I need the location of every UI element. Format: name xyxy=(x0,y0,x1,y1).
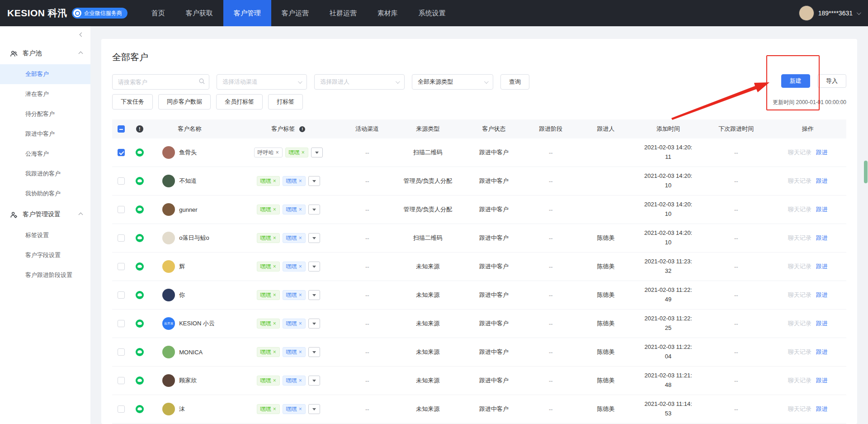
follow-link[interactable]: 跟进 xyxy=(816,205,828,214)
dispatch-task-button[interactable]: 下发任务 xyxy=(112,94,153,110)
follow-link[interactable]: 跟进 xyxy=(816,177,828,185)
follow-link[interactable]: 跟进 xyxy=(816,291,828,299)
remove-tag-icon[interactable]: × xyxy=(299,235,302,241)
add-tag-dropdown-button[interactable] xyxy=(308,376,320,386)
add-tag-dropdown-button[interactable] xyxy=(308,347,320,357)
sidebar-item[interactable]: 标签设置 xyxy=(0,225,90,245)
row-checkbox[interactable] xyxy=(118,348,125,356)
sidebar-item[interactable]: 我跟进的客户 xyxy=(0,164,90,184)
nav-item[interactable]: 社群运营 xyxy=(319,0,367,26)
row-checkbox[interactable] xyxy=(118,234,125,242)
remove-tag-icon[interactable]: × xyxy=(276,149,279,156)
remove-tag-icon[interactable]: × xyxy=(273,178,276,184)
row-checkbox[interactable] xyxy=(118,206,125,213)
chat-log-link[interactable]: 聊天记录 xyxy=(788,262,811,271)
remove-tag-icon[interactable]: × xyxy=(273,292,276,298)
row-checkbox[interactable] xyxy=(118,177,125,185)
remove-tag-icon[interactable]: × xyxy=(273,263,276,270)
sidebar-item[interactable]: 待分配客户 xyxy=(0,104,90,124)
remove-tag-icon[interactable]: × xyxy=(273,406,276,412)
chat-log-link[interactable]: 聊天记录 xyxy=(788,319,811,328)
row-checkbox[interactable] xyxy=(118,263,125,270)
sidebar-group-header[interactable]: 客户管理设置 xyxy=(0,204,90,225)
remove-tag-icon[interactable]: × xyxy=(299,292,302,298)
row-checkbox[interactable] xyxy=(118,149,125,156)
follow-link[interactable]: 跟进 xyxy=(816,405,828,413)
vertical-scrollbar[interactable] xyxy=(864,26,868,424)
collapse-sidebar-button[interactable] xyxy=(0,26,90,43)
customer-tag: 嘿嘿× xyxy=(257,290,280,300)
follow-link[interactable]: 跟进 xyxy=(816,262,828,271)
sidebar-item[interactable]: 客户字段设置 xyxy=(0,245,90,265)
follow-link[interactable]: 跟进 xyxy=(816,348,828,356)
tag-label: 嘿嘿 xyxy=(286,177,297,185)
row-checkbox[interactable] xyxy=(118,320,125,327)
remove-tag-icon[interactable]: × xyxy=(299,349,302,355)
remove-tag-icon[interactable]: × xyxy=(273,377,276,384)
add-tag-dropdown-button[interactable] xyxy=(311,148,323,157)
chat-log-link[interactable]: 聊天记录 xyxy=(788,348,811,356)
add-tag-dropdown-button[interactable] xyxy=(308,262,320,272)
nav-item[interactable]: 客户获取 xyxy=(175,0,223,26)
remove-tag-icon[interactable]: × xyxy=(299,377,302,384)
remove-tag-icon[interactable]: × xyxy=(273,206,276,213)
remove-tag-icon[interactable]: × xyxy=(299,320,302,327)
activity-channel-select[interactable]: 选择活动渠道 xyxy=(217,74,307,90)
chat-log-link[interactable]: 聊天记录 xyxy=(788,234,811,242)
remove-tag-icon[interactable]: × xyxy=(273,320,276,327)
chat-log-link[interactable]: 聊天记录 xyxy=(788,291,811,299)
actions-cell: 聊天记录 跟进 xyxy=(769,177,846,185)
tag-label: 嘿嘿 xyxy=(286,263,297,271)
add-tag-dropdown-button[interactable] xyxy=(308,176,320,186)
remove-tag-icon[interactable]: × xyxy=(302,149,305,156)
nav-item[interactable]: 素材库 xyxy=(367,0,408,26)
tag-button[interactable]: 打标签 xyxy=(268,94,303,110)
user-menu[interactable]: 189****3631 xyxy=(799,5,860,21)
sidebar-item[interactable]: 跟进中客户 xyxy=(0,124,90,144)
add-tag-dropdown-button[interactable] xyxy=(308,290,320,300)
nav-item[interactable]: 首页 xyxy=(141,0,175,26)
sidebar-item[interactable]: 潜在客户 xyxy=(0,84,90,104)
import-button[interactable]: 导入 xyxy=(817,74,846,88)
row-checkbox[interactable] xyxy=(118,291,125,299)
follow-link[interactable]: 跟进 xyxy=(816,376,828,385)
select-all-checkbox[interactable] xyxy=(118,125,125,133)
scrollbar-thumb[interactable] xyxy=(864,161,868,183)
chat-log-link[interactable]: 聊天记录 xyxy=(788,148,811,157)
sync-customer-data-button[interactable]: 同步客户数据 xyxy=(158,94,211,110)
customer-search-input[interactable] xyxy=(112,74,209,90)
chat-log-link[interactable]: 聊天记录 xyxy=(788,177,811,185)
source-type-select[interactable]: 全部来源类型 xyxy=(412,74,493,90)
nav-item[interactable]: 客户管理 xyxy=(223,0,271,26)
sidebar-group-header[interactable]: 客户池 xyxy=(0,43,90,64)
chat-log-link[interactable]: 聊天记录 xyxy=(788,205,811,214)
add-tag-dropdown-button[interactable] xyxy=(308,233,320,243)
chat-log-link[interactable]: 聊天记录 xyxy=(788,405,811,413)
column-header: 客户名称 xyxy=(149,125,233,133)
row-checkbox[interactable] xyxy=(118,377,125,384)
nav-item[interactable]: 系统设置 xyxy=(408,0,456,26)
create-button[interactable]: 新建 xyxy=(781,74,810,88)
tag-all-button[interactable]: 全员打标签 xyxy=(216,94,263,110)
query-button[interactable]: 查询 xyxy=(500,74,529,90)
add-tag-dropdown-button[interactable] xyxy=(308,404,320,414)
sidebar-item[interactable]: 公海客户 xyxy=(0,144,90,164)
nav-item[interactable]: 客户运营 xyxy=(271,0,319,26)
sidebar-item[interactable]: 我协助的客户 xyxy=(0,184,90,204)
add-tag-dropdown-button[interactable] xyxy=(308,205,320,214)
follow-link[interactable]: 跟进 xyxy=(816,234,828,242)
add-tag-dropdown-button[interactable] xyxy=(308,319,320,329)
follow-link[interactable]: 跟进 xyxy=(816,148,828,157)
follower-select[interactable]: 选择跟进人 xyxy=(314,74,405,90)
row-checkbox[interactable] xyxy=(118,405,125,413)
sidebar-item[interactable]: 全部客户 xyxy=(0,64,90,84)
remove-tag-icon[interactable]: × xyxy=(299,178,302,184)
sidebar-item[interactable]: 客户跟进阶段设置 xyxy=(0,265,90,285)
remove-tag-icon[interactable]: × xyxy=(299,406,302,412)
remove-tag-icon[interactable]: × xyxy=(273,349,276,355)
remove-tag-icon[interactable]: × xyxy=(299,206,302,213)
chat-log-link[interactable]: 聊天记录 xyxy=(788,376,811,385)
remove-tag-icon[interactable]: × xyxy=(299,263,302,270)
remove-tag-icon[interactable]: × xyxy=(273,235,276,241)
follow-link[interactable]: 跟进 xyxy=(816,319,828,328)
